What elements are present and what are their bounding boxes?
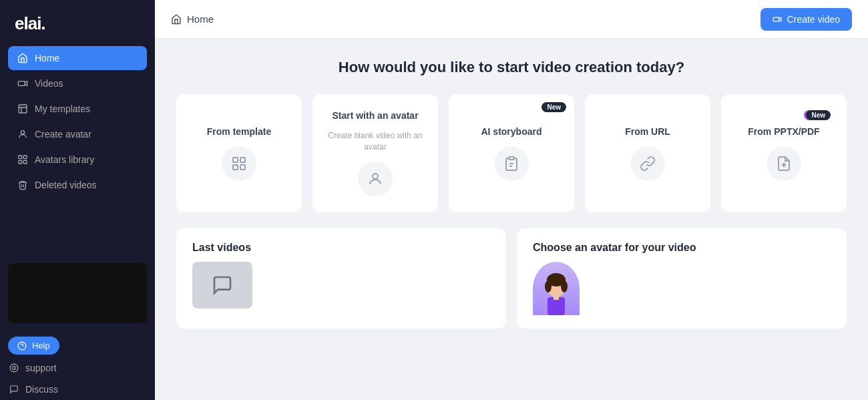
support-icon bbox=[9, 363, 19, 373]
card-from-template-title: From template bbox=[207, 126, 271, 137]
svg-rect-0 bbox=[18, 81, 25, 86]
card-ai-storyboard[interactable]: New AI storyboard bbox=[449, 94, 574, 213]
sidebar-video-preview bbox=[8, 263, 147, 323]
person-icon bbox=[17, 129, 28, 140]
help-label: Help bbox=[32, 341, 50, 351]
sidebar-support-label: support bbox=[25, 363, 57, 373]
create-video-button[interactable]: Create video bbox=[761, 8, 852, 31]
main-area: Home Create video How would you like to … bbox=[155, 0, 868, 400]
upload-icon bbox=[776, 156, 792, 172]
card-pptx-title: From PPTX/PDF bbox=[748, 126, 819, 137]
help-button[interactable]: Help bbox=[8, 337, 59, 355]
main-content: How would you like to start video creati… bbox=[155, 39, 868, 400]
create-video-label: Create video bbox=[787, 14, 840, 25]
video-thumbnail[interactable] bbox=[192, 262, 252, 309]
badge-new-pptx: New bbox=[806, 110, 831, 120]
video-icon bbox=[17, 78, 28, 89]
svg-rect-14 bbox=[240, 165, 245, 170]
sidebar-item-deleted-videos-label: Deleted videos bbox=[35, 180, 97, 190]
breadcrumb-home: Home bbox=[187, 13, 214, 25]
card-pptx-icon-wrapper bbox=[767, 146, 801, 181]
template-icon bbox=[17, 104, 28, 114]
sidebar-item-create-avatar-label: Create avatar bbox=[35, 129, 91, 140]
card-url-icon-wrapper bbox=[630, 146, 665, 181]
card-ai-storyboard-icon-wrapper bbox=[494, 146, 529, 181]
card-from-template-icon-wrapper bbox=[222, 146, 256, 181]
sidebar-discuss-label: Discuss bbox=[25, 384, 58, 395]
card-start-with-avatar[interactable]: Start with an avatar Create blank video … bbox=[312, 94, 438, 213]
svg-point-23 bbox=[545, 280, 552, 292]
svg-point-8 bbox=[10, 364, 18, 372]
badge-new-ai-storyboard: New bbox=[541, 102, 566, 112]
card-ai-storyboard-title: AI storyboard bbox=[481, 126, 541, 137]
home-icon bbox=[17, 53, 28, 63]
svg-point-24 bbox=[561, 280, 568, 292]
card-url-title: From URL bbox=[625, 126, 670, 137]
header-breadcrumb-area: Home bbox=[171, 13, 214, 25]
card-from-pptx[interactable]: Beta New From PPTX/PDF bbox=[721, 94, 847, 213]
svg-rect-5 bbox=[19, 160, 22, 164]
sidebar: elai. Home Videos My templates bbox=[0, 0, 155, 400]
link-icon bbox=[640, 156, 656, 172]
brand-logo: elai. bbox=[0, 0, 155, 46]
svg-rect-25 bbox=[548, 297, 565, 315]
sidebar-item-videos[interactable]: Videos bbox=[8, 71, 147, 95]
choose-avatar-card: Choose an avatar for your video bbox=[517, 228, 847, 329]
sidebar-item-my-templates-label: My templates bbox=[35, 104, 90, 114]
avatar-face-icon bbox=[539, 272, 573, 315]
sidebar-discuss-link[interactable]: Discuss bbox=[0, 379, 155, 400]
person-circle-icon bbox=[367, 171, 383, 187]
svg-rect-1 bbox=[19, 105, 27, 113]
sidebar-item-home[interactable]: Home bbox=[8, 46, 147, 70]
svg-point-2 bbox=[21, 131, 24, 134]
svg-rect-10 bbox=[773, 17, 779, 21]
svg-rect-13 bbox=[233, 165, 238, 170]
svg-rect-4 bbox=[23, 156, 27, 159]
sidebar-item-home-label: Home bbox=[35, 53, 59, 63]
bottom-sections-row: Last videos Choose an avatar for your vi… bbox=[176, 228, 847, 329]
svg-rect-3 bbox=[19, 156, 22, 159]
svg-point-9 bbox=[13, 367, 16, 370]
sidebar-item-avatars-library[interactable]: Avatars library bbox=[8, 148, 147, 172]
svg-rect-12 bbox=[240, 158, 245, 162]
help-icon bbox=[17, 341, 27, 351]
header: Home Create video bbox=[155, 0, 868, 39]
library-icon bbox=[17, 154, 28, 165]
creation-options-row: From template Start with an avatar Creat… bbox=[176, 94, 847, 213]
home-breadcrumb-icon bbox=[171, 14, 182, 25]
choose-avatar-title: Choose an avatar for your video bbox=[533, 242, 831, 254]
sidebar-item-avatars-library-label: Avatars library bbox=[35, 154, 94, 165]
svg-rect-16 bbox=[509, 157, 514, 160]
video-placeholder-icon bbox=[212, 274, 233, 296]
section-title: How would you like to start video creati… bbox=[176, 57, 847, 78]
last-videos-card: Last videos bbox=[176, 228, 506, 329]
card-from-url[interactable]: From URL bbox=[585, 94, 710, 213]
sidebar-support-link[interactable]: support bbox=[0, 357, 155, 379]
avatar-preview[interactable] bbox=[533, 262, 580, 315]
trash-icon bbox=[17, 180, 28, 190]
create-video-icon bbox=[773, 15, 782, 24]
card-from-template[interactable]: From template bbox=[176, 94, 302, 213]
discuss-icon bbox=[9, 385, 19, 394]
sidebar-nav: Home Videos My templates Create avatar bbox=[0, 46, 155, 263]
card-avatar-icon-wrapper bbox=[358, 162, 393, 196]
card-avatar-subtitle: Create blank video with an avatar bbox=[326, 130, 425, 153]
svg-rect-26 bbox=[554, 294, 559, 300]
sidebar-item-my-templates[interactable]: My templates bbox=[8, 97, 147, 121]
svg-rect-11 bbox=[233, 158, 238, 162]
sidebar-item-videos-label: Videos bbox=[35, 78, 63, 89]
last-videos-title: Last videos bbox=[192, 242, 490, 254]
card-avatar-title: Start with an avatar bbox=[332, 110, 418, 121]
svg-point-15 bbox=[373, 174, 378, 179]
svg-rect-6 bbox=[23, 160, 27, 164]
grid-icon bbox=[231, 156, 247, 172]
clipboard-icon bbox=[503, 156, 519, 172]
sidebar-item-deleted-videos[interactable]: Deleted videos bbox=[8, 173, 147, 197]
sidebar-item-create-avatar[interactable]: Create avatar bbox=[8, 122, 147, 146]
